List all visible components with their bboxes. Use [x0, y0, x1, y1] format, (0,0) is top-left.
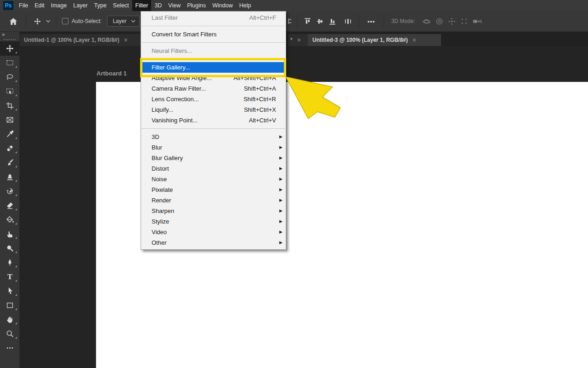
eraser-tool-icon	[6, 201, 14, 209]
menubar-item-plugins[interactable]: Plugins	[184, 0, 209, 11]
filter-menu-item-video[interactable]: Video▶	[141, 227, 286, 237]
more-options-icon[interactable]: •••	[368, 18, 375, 25]
tab-title: Untitled-3 @ 100% (Layer 1, RGB/8#)	[312, 37, 408, 43]
menubar-item-file[interactable]: File	[16, 0, 31, 11]
clone-stamp-tool[interactable]	[0, 170, 19, 184]
photoshop-logo: Ps	[3, 1, 13, 10]
close-tab-icon[interactable]: ×	[297, 36, 301, 44]
lasso-tool-icon	[6, 73, 14, 81]
expand-panel-icon[interactable]: »	[0, 31, 19, 38]
filter-menu-item-vanishing-point[interactable]: Vanishing Point...Alt+Ctrl+V	[141, 115, 286, 126]
zoom-3d-camera-icon[interactable]	[473, 17, 482, 25]
panel-grip[interactable]	[4, 39, 16, 40]
crop-tool-icon	[6, 102, 14, 109]
document-tab-untitled-3[interactable]: Untitled-3 @ 100% (Layer 1, RGB/8#) ×	[308, 34, 441, 46]
menubar-item-view[interactable]: View	[165, 0, 184, 11]
menu-item-label: Camera Raw Filter...	[152, 85, 206, 92]
chevron-down-icon[interactable]	[46, 20, 51, 23]
rectangle-tool[interactable]	[0, 298, 19, 312]
filter-menu-item-3d[interactable]: 3D▶	[141, 132, 286, 142]
menu-item-label: Filter Gallery...	[152, 64, 190, 71]
zoom-tool[interactable]	[0, 327, 19, 341]
filter-menu-item-other[interactable]: Other▶	[141, 237, 286, 248]
menu-item-shortcut: Alt+Ctrl+F	[249, 12, 276, 23]
object-selection-tool[interactable]	[0, 84, 19, 98]
distribute-horizontal-centers-icon[interactable]	[344, 17, 352, 25]
filter-menu-item-liquify[interactable]: Liquify...Shift+Ctrl+X	[141, 104, 286, 115]
menubar-item-image[interactable]: Image	[48, 0, 70, 11]
spot-healing-brush-tool[interactable]	[0, 141, 19, 155]
menubar-item-filter[interactable]: Filter	[132, 0, 152, 11]
submenu-arrow-icon: ▶	[279, 132, 283, 142]
submenu-arrow-icon: ▶	[279, 227, 283, 237]
menu-item-label: Render	[152, 197, 171, 204]
filter-menu-item-render[interactable]: Render▶	[141, 195, 286, 206]
submenu-arrow-icon: ▶	[279, 153, 283, 163]
filter-menu-item-camera-raw-filter[interactable]: Camera Raw Filter...Shift+Ctrl+A	[141, 83, 286, 94]
menubar-item-window[interactable]: Window	[209, 0, 236, 11]
eraser-tool[interactable]	[0, 198, 19, 213]
move-tool-preset-icon[interactable]	[34, 18, 41, 25]
tab-modified-indicator: *	[290, 37, 293, 43]
dodge-tool[interactable]	[0, 241, 19, 255]
filter-menu-item-last-filter[interactable]: Last FilterAlt+Ctrl+F	[141, 12, 286, 23]
slide-3d-camera-icon[interactable]	[460, 17, 468, 25]
menubar-item-type[interactable]: Type	[91, 0, 110, 11]
flyout-indicator-icon	[15, 180, 17, 182]
brush-tool[interactable]	[0, 155, 19, 170]
history-brush-tool[interactable]	[0, 184, 19, 198]
menubar-item-edit[interactable]: Edit	[31, 0, 48, 11]
filter-menu-item-sharpen[interactable]: Sharpen▶	[141, 206, 286, 216]
filter-menu-item-blur[interactable]: Blur▶	[141, 142, 286, 153]
filter-menu-item-neural-filters[interactable]: Neural Filters...	[141, 46, 286, 56]
pen-tool[interactable]	[0, 255, 19, 270]
filter-menu-item-stylize[interactable]: Stylize▶	[141, 216, 286, 227]
frame-tool[interactable]	[0, 113, 19, 127]
artboard-label[interactable]: Artboard 1	[96, 70, 127, 77]
auto-select-target-dropdown[interactable]: Layer	[107, 16, 140, 27]
filter-menu-item-pixelate[interactable]: Pixelate▶	[141, 184, 286, 195]
menubar-item-help[interactable]: Help	[236, 0, 254, 11]
menu-separator	[141, 26, 285, 26]
path-selection-tool[interactable]	[0, 284, 19, 298]
lasso-tool[interactable]	[0, 70, 19, 84]
eyedropper-tool-icon	[6, 130, 14, 138]
close-tab-icon[interactable]: ×	[124, 36, 128, 44]
auto-select-checkbox[interactable]	[62, 18, 68, 24]
filter-menu-item-lens-correction[interactable]: Lens Correction...Shift+Ctrl+R	[141, 94, 286, 104]
pan-3d-camera-icon[interactable]	[448, 17, 456, 25]
canvas-area[interactable]: Artboard 1	[19, 46, 588, 368]
menubar-item-layer[interactable]: Layer	[70, 0, 90, 11]
move-tool[interactable]	[0, 41, 19, 56]
menu-item-label: Noise	[152, 176, 167, 183]
close-tab-icon[interactable]: ×	[413, 36, 416, 44]
align-bottom-edges-icon[interactable]	[328, 17, 336, 25]
home-icon[interactable]	[9, 17, 18, 26]
menu-item-label: Stylize	[152, 218, 169, 225]
roll-3d-camera-icon[interactable]	[435, 17, 443, 25]
filter-menu-item-convert-for-smart-filters[interactable]: Convert for Smart Filters	[141, 29, 286, 40]
clipped-icon	[288, 17, 292, 25]
filter-menu-item-distort[interactable]: Distort▶	[141, 163, 286, 174]
orbit-3d-camera-icon[interactable]	[422, 17, 431, 25]
paint-bucket-tool[interactable]	[0, 213, 19, 227]
align-vertical-centers-icon[interactable]	[316, 17, 324, 25]
type-tool[interactable]: T	[0, 270, 19, 284]
eyedropper-tool[interactable]	[0, 127, 19, 141]
menu-item-label: Blur Gallery	[152, 155, 183, 161]
move-tool-icon	[6, 45, 14, 52]
menu-separator	[141, 42, 285, 43]
filter-menu-item-blur-gallery[interactable]: Blur Gallery▶	[141, 153, 286, 163]
filter-menu-item-noise[interactable]: Noise▶	[141, 174, 286, 184]
rectangular-marquee-tool[interactable]	[0, 56, 19, 70]
filter-menu-item-filter-gallery[interactable]: Filter Gallery...	[142, 62, 284, 73]
hand-tool[interactable]	[0, 312, 19, 327]
smudge-tool[interactable]	[0, 227, 19, 241]
menubar-item-select[interactable]: Select	[110, 0, 132, 11]
more-tools[interactable]	[0, 341, 19, 355]
menubar-item-3d[interactable]: 3D	[151, 0, 165, 11]
document-tab-untitled-1[interactable]: Untitled-1 @ 100% (Layer 1, RGB/8#) ×	[19, 34, 152, 46]
align-top-edges-icon[interactable]	[304, 17, 311, 25]
filter-menu-item-adaptive-wide-angle[interactable]: Adaptive Wide Angle...Alt+Shift+Ctrl+A	[141, 73, 286, 83]
crop-tool[interactable]	[0, 98, 19, 113]
